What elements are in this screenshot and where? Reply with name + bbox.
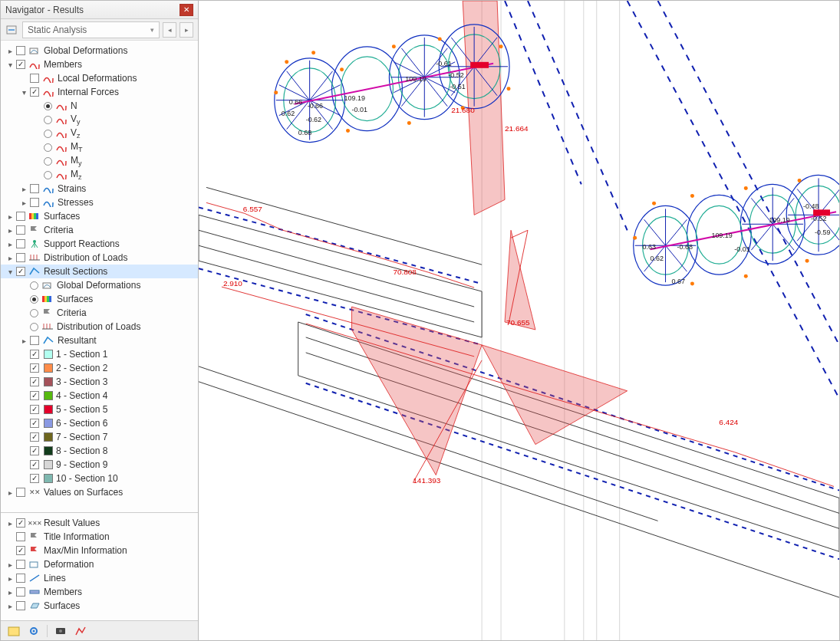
- tree-item-sec-5[interactable]: ▸5 - Section 5: [1, 403, 198, 416]
- tree-item-if-mz[interactable]: ▸Mz: [1, 168, 198, 182]
- checkbox[interactable]: [30, 363, 39, 373]
- tree-item-sec-7[interactable]: ▸7 - Section 7: [1, 430, 198, 444]
- checkbox[interactable]: [16, 574, 25, 583]
- checkbox[interactable]: [16, 60, 25, 69]
- expand-icon[interactable]: ▸: [5, 560, 15, 569]
- tree-item-local-def[interactable]: ▸Local Deformations: [1, 71, 198, 85]
- tree-item-dist-loads-top[interactable]: ▸Distribution of Loads: [1, 251, 198, 265]
- radio[interactable]: [30, 295, 38, 304]
- tree-item-maxmin-info[interactable]: ▸Max/Min Information: [1, 544, 198, 557]
- tree-item-rs-resultant[interactable]: ▸Resultant: [1, 334, 198, 347]
- checkbox[interactable]: [30, 74, 39, 83]
- tree-item-members[interactable]: ▾Members: [1, 58, 198, 71]
- results-tree-lower[interactable]: ▸✕✕✕Result Values▸Title Information▸Max/…: [1, 513, 198, 620]
- radio[interactable]: [44, 102, 52, 110]
- checkbox[interactable]: [16, 532, 25, 541]
- checkbox[interactable]: [30, 474, 39, 483]
- radio[interactable]: [30, 281, 38, 290]
- expand-icon[interactable]: ▸: [5, 574, 15, 583]
- checkbox[interactable]: [30, 336, 39, 345]
- radio[interactable]: [44, 116, 52, 124]
- tree-item-lines[interactable]: ▸Lines: [1, 571, 198, 585]
- tab-project-icon[interactable]: [7, 624, 21, 638]
- checkbox[interactable]: [30, 87, 39, 97]
- tree-item-sec-2[interactable]: ▸2 - Section 2: [1, 361, 198, 375]
- tree-item-int-forces[interactable]: ▾Internal Forces: [1, 85, 198, 99]
- tree-item-if-mt[interactable]: ▸MT: [1, 140, 198, 154]
- tree-item-sec-6[interactable]: ▸6 - Section 6: [1, 416, 198, 430]
- checkbox[interactable]: [30, 460, 39, 469]
- tree-item-members2[interactable]: ▸Members: [1, 585, 198, 599]
- tree-item-rs-global-def[interactable]: ▸Global Deformations: [1, 278, 198, 292]
- expand-icon[interactable]: ▸: [5, 226, 15, 235]
- model-viewport[interactable]: 6.5572.91070.80870.655141.3936.42421.680…: [199, 1, 839, 640]
- checkbox[interactable]: [16, 560, 25, 569]
- tree-item-sec-8[interactable]: ▸8 - Section 8: [1, 444, 198, 458]
- tree-item-sec-4[interactable]: ▸4 - Section 4: [1, 389, 198, 403]
- tree-item-if-vz[interactable]: ▸Vz: [1, 127, 198, 140]
- checkbox[interactable]: [16, 253, 25, 262]
- checkbox[interactable]: [30, 350, 39, 359]
- expand-icon[interactable]: ▸: [5, 47, 15, 55]
- tree-item-rs-dist-loads[interactable]: ▸Distribution of Loads: [1, 320, 198, 334]
- checkbox[interactable]: [30, 377, 39, 386]
- tree-item-title-info[interactable]: ▸Title Information: [1, 530, 198, 544]
- tree-item-sec-9[interactable]: ▸9 - Section 9: [1, 458, 198, 472]
- prev-button[interactable]: ◂: [163, 22, 176, 38]
- tree-item-surfaces2[interactable]: ▸Surfaces: [1, 599, 198, 613]
- tree-item-strains[interactable]: ▸Strains: [1, 182, 198, 196]
- close-button[interactable]: ✕: [180, 4, 193, 16]
- checkbox[interactable]: [16, 587, 25, 597]
- tree-item-sec-1[interactable]: ▸1 - Section 1: [1, 347, 198, 361]
- checkbox[interactable]: [30, 419, 39, 428]
- expand-icon[interactable]: ▸: [19, 185, 28, 193]
- checkbox[interactable]: [16, 267, 25, 276]
- tree-item-result-sections[interactable]: ▾Result Sections: [1, 265, 198, 278]
- expand-icon[interactable]: ▸: [5, 588, 15, 597]
- checkbox[interactable]: [30, 184, 39, 193]
- checkbox[interactable]: [30, 432, 39, 442]
- checkbox[interactable]: [30, 446, 39, 455]
- tree-item-sec-3[interactable]: ▸3 - Section 3: [1, 375, 198, 389]
- expand-icon[interactable]: ▸: [5, 254, 15, 262]
- expand-icon[interactable]: ▸: [5, 488, 15, 497]
- tree-item-rs-surfaces[interactable]: ▸Surfaces: [1, 292, 198, 306]
- checkbox[interactable]: [16, 212, 25, 221]
- tree-item-stresses[interactable]: ▸Stresses: [1, 196, 198, 209]
- radio[interactable]: [44, 130, 52, 138]
- tree-item-support[interactable]: ▸Support Reactions: [1, 237, 198, 251]
- tree-item-deformation[interactable]: ▸Deformation: [1, 557, 198, 571]
- collapse-icon[interactable]: ▾: [19, 88, 28, 97]
- expand-icon[interactable]: ▸: [19, 199, 28, 207]
- analysis-type-combo[interactable]: Static Analysis ▾: [22, 21, 160, 38]
- tab-display-icon[interactable]: [27, 624, 41, 638]
- checkbox[interactable]: [16, 239, 25, 248]
- checkbox[interactable]: [16, 601, 25, 610]
- tree-item-global-def[interactable]: ▸Global Deformations: [1, 44, 198, 58]
- checkbox[interactable]: [16, 46, 25, 55]
- next-button[interactable]: ▸: [180, 22, 193, 38]
- checkbox[interactable]: [30, 405, 39, 414]
- checkbox[interactable]: [16, 488, 25, 497]
- expand-icon[interactable]: ▸: [19, 337, 28, 345]
- tree-item-surfaces-top[interactable]: ▸Surfaces: [1, 209, 198, 223]
- tree-item-rs-criteria[interactable]: ▸Criteria: [1, 306, 198, 320]
- results-tree[interactable]: ▸Global Deformations▾Members▸Local Defor…: [1, 41, 198, 512]
- collapse-icon[interactable]: ▾: [5, 268, 15, 276]
- checkbox[interactable]: [16, 518, 25, 528]
- tree-item-sec-10[interactable]: ▸10 - Section 10: [1, 472, 198, 485]
- radio[interactable]: [30, 323, 38, 331]
- radio[interactable]: [30, 309, 38, 317]
- tab-views-icon[interactable]: [54, 624, 68, 638]
- radio[interactable]: [44, 171, 52, 179]
- radio[interactable]: [44, 157, 52, 166]
- checkbox[interactable]: [30, 198, 39, 207]
- tree-item-result-values[interactable]: ▸✕✕✕Result Values: [1, 516, 198, 530]
- checkbox[interactable]: [16, 225, 25, 235]
- radio[interactable]: [44, 143, 52, 152]
- expand-icon[interactable]: ▸: [5, 602, 15, 610]
- checkbox[interactable]: [16, 546, 25, 555]
- expand-icon[interactable]: ▸: [5, 240, 15, 248]
- expand-icon[interactable]: ▸: [5, 212, 15, 221]
- tab-results-icon[interactable]: [74, 624, 87, 638]
